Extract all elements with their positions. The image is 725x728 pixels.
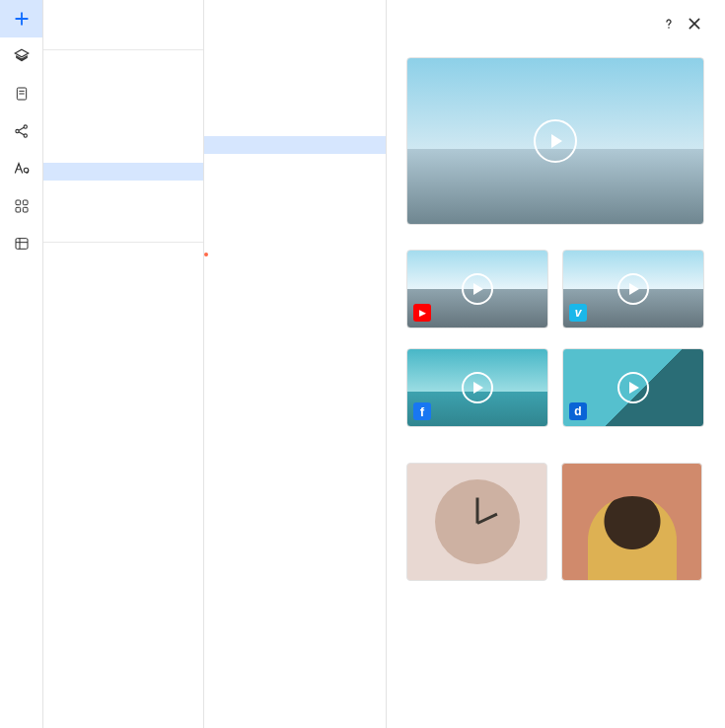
subcategory-pro-galleries[interactable] (204, 91, 386, 109)
svg-rect-12 (23, 207, 28, 212)
help-button[interactable] (658, 13, 680, 35)
svg-rect-11 (16, 207, 21, 212)
category-column (43, 0, 204, 728)
clock-illustration (435, 479, 520, 564)
provider-grid: ▶ v f d (406, 250, 704, 433)
category-input[interactable] (43, 249, 203, 266)
play-icon (462, 273, 493, 305)
rail-page[interactable] (0, 75, 42, 112)
rail-table[interactable] (0, 225, 42, 262)
subcategory-title-audio (204, 189, 386, 217)
category-decorative[interactable] (43, 181, 203, 198)
subcategory-title-images (204, 45, 386, 73)
panel-body[interactable]: ▶ v f d (387, 42, 725, 728)
page-icon (14, 85, 30, 103)
subcategory-mini-players[interactable] (204, 217, 386, 235)
category-menu-search[interactable] (43, 145, 203, 163)
svg-point-16 (668, 27, 670, 29)
category-quick-add[interactable] (43, 6, 203, 24)
subcategory-videobox[interactable] (204, 154, 386, 172)
category-members[interactable] (43, 337, 203, 355)
videobox-tile-person[interactable] (561, 463, 702, 581)
svg-point-5 (24, 134, 27, 137)
share-icon (13, 122, 31, 140)
rail-text[interactable] (0, 150, 42, 187)
category-text[interactable] (43, 92, 203, 109)
category-blog[interactable] (43, 266, 203, 284)
close-button[interactable] (684, 13, 705, 35)
category-media[interactable] (43, 163, 203, 181)
category-containers[interactable] (43, 74, 203, 92)
panel-header (387, 0, 725, 42)
svg-line-7 (19, 132, 24, 135)
tile-youtube-caption (406, 328, 548, 334)
play-icon (462, 372, 493, 403)
play-icon (617, 273, 649, 305)
tile-vimeo[interactable]: v (562, 250, 704, 334)
category-multilingual[interactable] (43, 355, 203, 373)
tile-dailymotion[interactable]: d (562, 348, 704, 433)
category-embed-social[interactable] (43, 216, 203, 234)
tile-video-upload-caption (406, 225, 704, 232)
videobox-grid (406, 463, 702, 581)
subcategory-column (204, 0, 387, 728)
facebook-icon: f (413, 402, 431, 420)
rail-apps[interactable] (0, 187, 42, 225)
category-group-pinned (43, 0, 203, 41)
subcategory-transparent-video[interactable] (204, 172, 386, 189)
category-store[interactable] (43, 284, 203, 302)
layers-icon (13, 47, 31, 65)
tile-vimeo-caption (562, 328, 704, 334)
category-layout-tools[interactable] (43, 109, 203, 127)
category-assets[interactable] (43, 24, 203, 41)
dailymotion-icon: d (569, 402, 587, 420)
svg-point-3 (15, 129, 18, 132)
svg-line-6 (19, 127, 24, 130)
subcategory-title-video (204, 109, 386, 136)
videobox-tile-clock[interactable] (406, 463, 547, 581)
content-panel: ▶ v f d (387, 0, 725, 728)
rail-plus[interactable] (0, 0, 42, 37)
help-icon (661, 16, 677, 32)
svg-rect-9 (16, 200, 21, 205)
rail-share[interactable] (0, 112, 42, 150)
category-bookings[interactable] (43, 302, 203, 320)
tile-facebook[interactable]: f (406, 348, 548, 433)
icon-rail (0, 0, 43, 728)
rail-layers[interactable] (0, 37, 42, 75)
subcategory-single-images[interactable] (204, 73, 386, 91)
text-icon (13, 160, 31, 178)
category-contact-forms[interactable] (43, 198, 203, 216)
svg-rect-13 (16, 239, 28, 250)
youtube-icon: ▶ (413, 304, 431, 322)
subcategory-single-video-players[interactable] (204, 136, 386, 154)
subcategory-explore-media[interactable] (204, 235, 386, 253)
tile-facebook-caption (406, 427, 548, 433)
play-icon (617, 372, 649, 403)
person-illustration (588, 496, 677, 580)
subcategory-title-upload (204, 0, 386, 28)
highlight-video-section (204, 253, 208, 256)
table-icon (14, 236, 30, 252)
category-sections[interactable] (43, 56, 203, 74)
category-buttons[interactable] (43, 127, 203, 145)
tile-youtube-thumb: ▶ (406, 250, 548, 328)
close-icon (687, 16, 702, 32)
vimeo-icon: v (569, 304, 587, 322)
tile-vimeo-thumb: v (562, 250, 704, 328)
play-icon (534, 119, 577, 163)
subcategory-video-block (204, 109, 386, 189)
tile-video-upload[interactable] (406, 57, 704, 232)
category-events[interactable] (43, 320, 203, 337)
tile-youtube[interactable]: ▶ (406, 250, 548, 334)
tile-dailymotion-caption (562, 427, 704, 433)
tile-dailymotion-thumb: d (562, 348, 704, 427)
plus-icon (11, 8, 33, 30)
subcategory-my-uploads[interactable] (204, 28, 386, 45)
tile-facebook-thumb: f (406, 348, 548, 427)
apps-icon (14, 198, 30, 214)
tile-video-upload-thumb (406, 57, 704, 225)
category-group-apps (43, 242, 203, 373)
svg-rect-10 (23, 200, 28, 205)
svg-point-4 (24, 125, 27, 128)
